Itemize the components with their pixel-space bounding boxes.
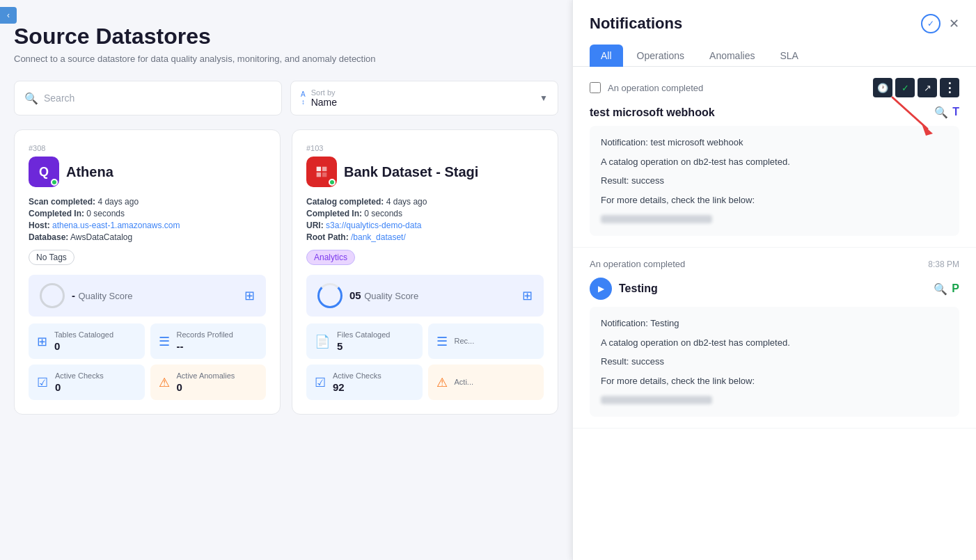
check-icon-bank: ☑ <box>315 375 326 390</box>
more-options-btn-1[interactable]: ⋮ <box>940 78 959 97</box>
warning-icon-bank: ⚠ <box>436 375 448 390</box>
notif-name-1: test microsoft webhook <box>590 106 715 119</box>
stats-grid-bank: 📄 Files Cataloged 5 ☰ Rec... ☑ <box>306 323 544 400</box>
status-dot-athena <box>51 179 58 186</box>
stat-records-bank: ☰ Rec... <box>428 323 544 359</box>
stat-checks-athena: ☑ Active Checks 0 <box>29 365 145 400</box>
stats-grid-athena: ⊞ Tables Cataloged 0 ☰ Records Profiled … <box>29 323 266 400</box>
svg-rect-2 <box>317 173 321 177</box>
sort-label-main: Name <box>311 97 337 108</box>
blurred-link-1 <box>601 215 712 223</box>
notif-name-2: Testing <box>619 282 658 295</box>
quality-circle-athena <box>40 283 65 308</box>
notif-body: An operation completed 🕐 ✓ ↗ ⋮ test micr… <box>573 67 976 560</box>
blurred-link-2 <box>601 396 712 404</box>
notif-tabs: All Operations Anomalies SLA <box>590 45 959 67</box>
athena-icon: Q <box>29 157 59 187</box>
search-icon-notif1[interactable]: 🔍 <box>934 106 948 119</box>
teams-icon-notif2[interactable]: P <box>952 282 959 296</box>
records-icon: ☰ <box>159 334 170 349</box>
stat-checks-bank: ☑ Active Checks 92 <box>306 365 423 400</box>
notif-time-2: 8:38 PM <box>928 259 959 269</box>
search-icon-notif2[interactable]: 🔍 <box>934 282 947 296</box>
card-name-bank: Bank Dataset - Stagi <box>344 164 478 180</box>
hierarchy-icon-bank: ⊞ <box>522 288 533 303</box>
check-icon-btn-1[interactable]: ✓ <box>895 78 915 97</box>
root-link-bank[interactable]: /bank_dataset/ <box>351 232 406 242</box>
notif-operation-text-2: An operation completed <box>590 259 685 269</box>
quality-section-athena: - Quality Score ⊞ <box>29 275 266 317</box>
stat-files-bank: 📄 Files Cataloged 5 <box>306 323 423 359</box>
cards-grid: #308 Q Athena Scan completed: 4 days ago… <box>14 129 558 415</box>
external-link-btn-1[interactable]: ↗ <box>918 78 937 97</box>
sort-label-small: Sort by <box>311 88 337 97</box>
close-notifications-btn[interactable]: ✕ <box>949 16 959 31</box>
svg-rect-0 <box>317 167 321 171</box>
file-icon: 📄 <box>315 334 330 349</box>
notification-item-1: An operation completed 🕐 ✓ ↗ ⋮ test micr… <box>573 67 976 248</box>
page-subtitle: Connect to a source datastore for data q… <box>14 54 558 64</box>
back-button[interactable]: ‹ <box>0 7 17 24</box>
quality-circle-bank <box>317 283 343 308</box>
page-title: Source Datastores <box>14 24 558 49</box>
stat-tables-athena: ⊞ Tables Cataloged 0 <box>29 323 145 359</box>
warning-icon-athena: ⚠ <box>159 375 170 390</box>
notif-header: Notifications ✓ ✕ All Operations Anomali… <box>573 0 976 67</box>
notif-action-icons-1: 🕐 ✓ ↗ ⋮ <box>873 78 959 97</box>
card-id-athena: #308 <box>29 144 266 152</box>
sort-az-icon: A↕ <box>301 91 306 106</box>
search-icon: 🔍 <box>24 92 38 105</box>
datastore-card-bank[interactable]: #103 Bank Dataset - Stagi <box>292 129 558 415</box>
notif-checkbox-1[interactable] <box>590 82 601 93</box>
search-box[interactable]: 🔍 Search <box>14 81 282 115</box>
play-btn-2[interactable]: ▶ <box>590 278 612 300</box>
card-id-bank: #103 <box>306 144 544 152</box>
search-placeholder: Search <box>44 93 74 104</box>
sort-box[interactable]: A↕ Sort by Name ▼ <box>290 81 558 115</box>
stat-records-athena: ☰ Records Profiled -- <box>150 323 267 359</box>
bank-icon <box>306 157 337 187</box>
notification-item-2: An operation completed 8:38 PM ▶ Testing… <box>573 248 976 429</box>
toolbar: 🔍 Search A↕ Sort by Name ▼ <box>14 81 558 115</box>
notifications-panel: Notifications ✓ ✕ All Operations Anomali… <box>572 0 976 560</box>
hierarchy-icon-athena: ⊞ <box>244 288 255 303</box>
tab-operations[interactable]: Operations <box>626 45 695 67</box>
status-dot-bank <box>329 179 336 186</box>
host-link-athena[interactable]: athena.us-east-1.amazonaws.com <box>52 221 180 230</box>
svg-rect-3 <box>322 173 326 177</box>
records-icon-bank: ☰ <box>436 334 448 349</box>
quality-section-bank: 05 Quality Score ⊞ <box>306 275 544 317</box>
mark-all-read-btn[interactable]: ✓ <box>921 14 940 33</box>
notif-title: Notifications <box>590 15 682 33</box>
uri-link-bank[interactable]: s3a://qualytics-demo-data <box>326 221 421 230</box>
tag-athena: No Tags <box>29 250 74 265</box>
tab-sla[interactable]: SLA <box>769 45 809 67</box>
stat-anomalies-athena: ⚠ Active Anomalies 0 <box>150 365 267 400</box>
tab-all[interactable]: All <box>590 45 623 67</box>
teams-icon-notif1[interactable]: T <box>952 106 959 119</box>
sort-chevron-icon: ▼ <box>540 93 548 103</box>
table-icon: ⊞ <box>37 334 47 349</box>
notif-content-1: Notification: test microsoft webhook A c… <box>590 126 959 236</box>
datastore-card-athena[interactable]: #308 Q Athena Scan completed: 4 days ago… <box>14 129 281 415</box>
notif-operation-text-1: An operation completed <box>608 83 703 93</box>
clock-icon-btn[interactable]: 🕐 <box>873 78 892 97</box>
card-name-athena: Athena <box>66 164 113 180</box>
quality-score-value-bank: 05 <box>349 289 361 301</box>
quality-score-value-athena: - <box>72 289 75 301</box>
notif-content-2: Notification: Testing A catalog operatio… <box>590 307 959 417</box>
tab-anomalies[interactable]: Anomalies <box>698 45 766 67</box>
stat-anomalies-bank: ⚠ Acti... <box>428 365 544 400</box>
tag-bank: Analytics <box>306 250 355 265</box>
svg-rect-1 <box>322 167 326 171</box>
check-icon-athena: ☑ <box>37 375 48 390</box>
